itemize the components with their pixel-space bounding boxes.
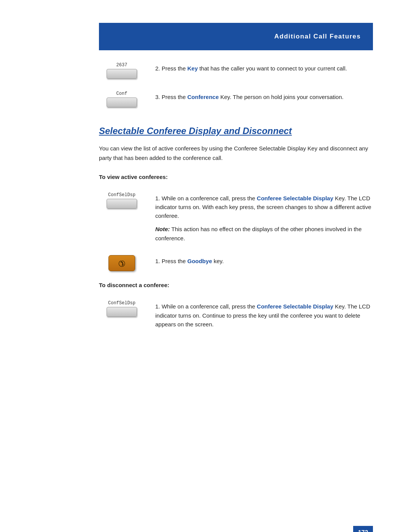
goodbye-text-before: Press the <box>162 258 188 264</box>
disconnect-step1-row: ConfSelDsp 1. While on a conference call… <box>99 300 373 329</box>
confsel-key-image-2: ConfSelDsp <box>99 300 145 317</box>
step-3-text-before: Press the <box>162 94 188 100</box>
step-3-number: 3. <box>155 94 160 100</box>
conf-key-label: Conf <box>116 91 127 96</box>
section-body: You can view the list of active conferee… <box>99 144 373 163</box>
note-container: Note: This action has no effect on the d… <box>155 225 373 243</box>
key-2637-button <box>107 69 137 79</box>
goodbye-step-row: ✆ 1. Press the Goodbye key. <box>99 255 373 271</box>
header-bar: Additional Call Features <box>99 23 373 50</box>
goodbye-text-after: key. <box>212 258 224 264</box>
goodbye-keyword: Goodbye <box>187 258 212 264</box>
conf-key-button <box>107 97 137 107</box>
confsel-key-button-1 <box>107 199 137 209</box>
key-2637-label: 2637 <box>116 62 127 68</box>
goodbye-key-button: ✆ <box>108 255 135 271</box>
step-2-keyword: Key <box>187 65 198 72</box>
step-3-image: Conf <box>99 91 145 107</box>
disconnect-step1-number: 1. <box>155 303 160 310</box>
step-3-keyword: Conference <box>187 94 219 100</box>
step-2-text: 2. Press the Key that has the caller you… <box>155 62 373 73</box>
view-conferees-step1-row: ConfSelDsp 1. While on a conference call… <box>99 192 373 243</box>
page-number: 173 <box>353 526 373 532</box>
goodbye-step-text: 1. Press the Goodbye key. <box>155 255 373 265</box>
page: Additional Call Features 2637 2. Press t… <box>0 23 411 532</box>
note-label: Note: <box>155 226 170 232</box>
goodbye-key-image: ✆ <box>99 255 145 271</box>
header-title: Additional Call Features <box>274 33 361 40</box>
confsel-key-label-2: ConfSelDsp <box>108 300 135 306</box>
disconnect-step1-keyword: Conferee Selectable Display <box>257 303 333 310</box>
phone-icon: ✆ <box>116 257 127 269</box>
confsel-key-button-2 <box>107 307 137 317</box>
disconnect-conferee-heading: To disconnect a conferee: <box>99 282 373 288</box>
view-conferees-heading: To view active conferees: <box>99 174 373 180</box>
step-2-text-before: Press the <box>162 65 188 72</box>
view-conferees-step1-text: 1. While on a conference call, press the… <box>155 192 373 243</box>
step-3-text: 3. Press the Conference Key. The person … <box>155 91 373 101</box>
goodbye-step-number: 1. <box>155 258 160 264</box>
section-heading: Selectable Conferee Display and Disconne… <box>99 126 373 136</box>
view-step1-keyword: Conferee Selectable Display <box>257 195 333 201</box>
confsel-key-image-1: ConfSelDsp <box>99 192 145 209</box>
view-step1-text-before: While on a conference call, press the <box>162 195 257 201</box>
step-2-number: 2. <box>155 65 160 72</box>
step-3-text-after: Key. The person on hold joins your conve… <box>219 94 344 100</box>
step-2-image: 2637 <box>99 62 145 79</box>
view-step1-number: 1. <box>155 195 160 201</box>
step-3-row: Conf 3. Press the Conference Key. The pe… <box>99 91 373 107</box>
note-body: This action has no effect on the display… <box>155 226 362 241</box>
disconnect-step1-text: 1. While on a conference call, press the… <box>155 300 373 329</box>
content-area: 2637 2. Press the Key that has the calle… <box>0 62 411 329</box>
confsel-key-label-1: ConfSelDsp <box>108 192 135 198</box>
disconnect-step1-text-before: While on a conference call, press the <box>162 303 257 310</box>
step-2-text-after: that has the caller you want to connect … <box>198 65 347 72</box>
step-2-row: 2637 2. Press the Key that has the calle… <box>99 62 373 79</box>
